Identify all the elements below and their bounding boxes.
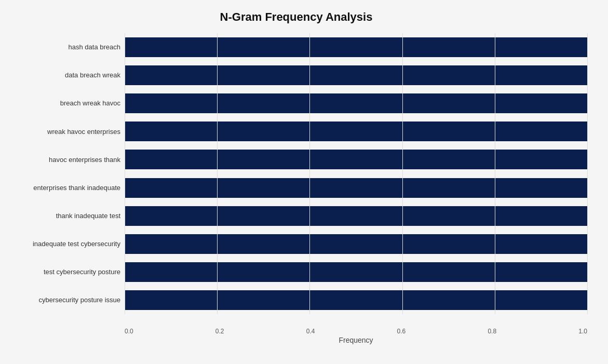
x-axis-label: Frequency bbox=[125, 336, 587, 344]
chart-area: hash data breachdata breach wreakbreach … bbox=[5, 33, 587, 314]
y-axis-label: inadequate test cybersecurity bbox=[5, 240, 120, 248]
chart-container: N-Gram Frequency Analysis hash data brea… bbox=[0, 0, 608, 364]
bar-row bbox=[125, 287, 587, 314]
y-axis-label: enterprises thank inadequate bbox=[5, 184, 120, 192]
x-tick: 0.8 bbox=[488, 328, 496, 335]
y-axis-label: cybersecurity posture issue bbox=[5, 296, 120, 304]
bar-row bbox=[125, 259, 587, 286]
x-tick: 1.0 bbox=[578, 328, 587, 335]
bars-wrapper bbox=[125, 33, 587, 314]
bar-row bbox=[125, 231, 587, 258]
bar bbox=[125, 150, 587, 169]
bar bbox=[125, 178, 587, 198]
bar-row bbox=[125, 174, 587, 201]
bar bbox=[125, 65, 587, 85]
x-tick: 0.0 bbox=[125, 328, 133, 335]
plot-area: 0.00.20.40.60.81.0 Frequency bbox=[125, 33, 587, 314]
chart-title: N-Gram Frequency Analysis bbox=[5, 10, 587, 24]
x-tick: 0.4 bbox=[306, 328, 315, 335]
bar bbox=[125, 93, 587, 113]
bar-row bbox=[125, 146, 587, 173]
bar-row bbox=[125, 34, 587, 61]
y-axis-label: breach wreak havoc bbox=[5, 99, 120, 107]
bar-row bbox=[125, 203, 587, 230]
y-axis-label: hash data breach bbox=[5, 43, 120, 51]
bar-row bbox=[125, 118, 587, 145]
x-tick: 0.2 bbox=[215, 328, 224, 335]
y-axis-label: data breach wreak bbox=[5, 71, 120, 79]
bar-row bbox=[125, 62, 587, 89]
y-axis-label: wreak havoc enterprises bbox=[5, 128, 120, 136]
bar bbox=[125, 122, 587, 141]
y-axis-label: thank inadequate test bbox=[5, 212, 120, 220]
y-axis: hash data breachdata breach wreakbreach … bbox=[5, 33, 125, 314]
bar-row bbox=[125, 90, 587, 117]
bar bbox=[125, 290, 587, 310]
y-axis-label: test cybersecurity posture bbox=[5, 268, 120, 276]
bar bbox=[125, 37, 587, 57]
x-axis: 0.00.20.40.60.81.0 bbox=[125, 328, 587, 335]
bar bbox=[125, 262, 587, 282]
bar bbox=[125, 234, 587, 254]
y-axis-label: havoc enterprises thank bbox=[5, 156, 120, 164]
x-tick: 0.6 bbox=[397, 328, 406, 335]
bar bbox=[125, 206, 587, 226]
gridline bbox=[587, 33, 588, 314]
